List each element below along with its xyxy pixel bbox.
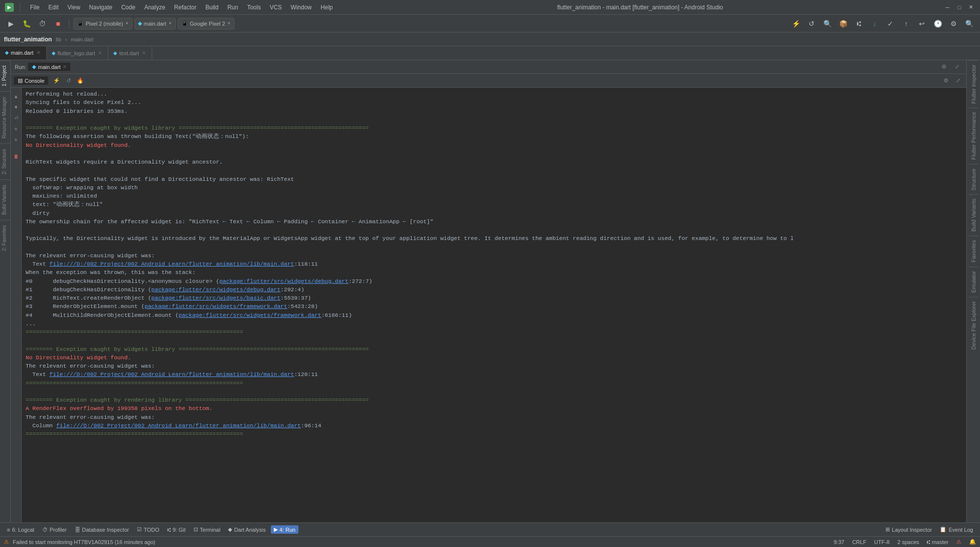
title-bar: ▶ File Edit View Navigate Code Analyze R… bbox=[0, 0, 980, 15]
tab-run[interactable]: ▶ 4: Run bbox=[271, 525, 298, 534]
profiler-icon: ⏱ bbox=[42, 527, 48, 533]
menu-view[interactable]: View bbox=[64, 3, 84, 12]
right-tab-emulator[interactable]: Emulator bbox=[969, 267, 979, 297]
right-tab-build-variants[interactable]: Build Variants bbox=[969, 194, 979, 236]
config-selector[interactable]: ◆ main.dart ▼ bbox=[134, 18, 176, 30]
menu-edit[interactable]: Edit bbox=[44, 3, 63, 12]
event-log[interactable]: 📋 Event Log bbox=[937, 525, 976, 534]
menu-help[interactable]: Help bbox=[317, 3, 337, 12]
flutter-inspector-btn[interactable]: 🔍 bbox=[820, 17, 834, 31]
git-commit-btn[interactable]: ✓ bbox=[883, 17, 897, 31]
right-tab-structure[interactable]: Structure bbox=[969, 164, 979, 195]
sidebar-tab-structure[interactable]: 2: Structure bbox=[0, 143, 10, 179]
tab-git[interactable]: ⑆ 9: Git bbox=[164, 526, 189, 534]
console-side-strip: ▲ ▼ ⏎ ≡ ≡ 🗑 bbox=[11, 88, 22, 522]
right-tab-favorites[interactable]: Favorites bbox=[969, 236, 979, 266]
right-tab-device-explorer[interactable]: Device File Explorer bbox=[969, 297, 979, 353]
tab-close-3[interactable]: ✕ bbox=[141, 50, 147, 56]
right-tab-flutter-performance[interactable]: Flutter Performance bbox=[969, 107, 979, 164]
menu-file[interactable]: File bbox=[26, 3, 43, 12]
search-btn[interactable]: 🔍 bbox=[962, 17, 976, 31]
tab-flutter-logo[interactable]: ◆ flutter_logo.dart ✕ bbox=[47, 46, 108, 60]
menu-refactor[interactable]: Refactor bbox=[170, 3, 200, 12]
log-divider-5: ======== Exception caught by rendering l… bbox=[26, 396, 962, 404]
log-line bbox=[26, 387, 962, 396]
menu-tools[interactable]: Tools bbox=[243, 3, 265, 12]
right-sidebar: Flutter Inspector Flutter Performance St… bbox=[966, 60, 980, 522]
device-selector[interactable]: 📱 Pixel 2 (mobile) ▼ bbox=[73, 18, 132, 30]
log-line bbox=[26, 226, 962, 234]
hot-restart-button[interactable]: ↺ bbox=[805, 17, 818, 31]
profile-button[interactable]: ⏱ bbox=[35, 17, 49, 31]
run-button[interactable]: ▶ bbox=[4, 17, 18, 31]
log-link[interactable]: package:flutter/src/widgets/framework.da… bbox=[179, 312, 322, 318]
maximize-button[interactable]: □ bbox=[955, 3, 963, 11]
side-btn-5[interactable]: ≡ bbox=[12, 135, 21, 144]
layout-inspector-icon: ⊞ bbox=[885, 526, 890, 533]
sidebar-tab-favorites[interactable]: 2: Favorites bbox=[0, 220, 10, 256]
menu-build[interactable]: Build bbox=[201, 3, 223, 12]
git-btn[interactable]: ⑆ bbox=[852, 17, 866, 31]
run-tab-main[interactable]: ◆ main.dart ✕ bbox=[28, 63, 70, 71]
console-output[interactable]: Performing hot reload... Syncing files t… bbox=[22, 88, 966, 522]
console-tab-btn[interactable]: ▤ Console bbox=[14, 76, 48, 85]
tab-todo[interactable]: ☑ TODO bbox=[134, 525, 163, 534]
lightning-btn[interactable]: ⚡ bbox=[51, 75, 62, 86]
git-update-btn[interactable]: ↓ bbox=[868, 17, 882, 31]
scroll-down-btn[interactable]: ▼ bbox=[12, 103, 21, 111]
console-expand-btn[interactable]: ⤢ bbox=[952, 75, 963, 86]
menu-code[interactable]: Code bbox=[117, 3, 139, 12]
run-expand-btn[interactable]: ⤢ bbox=[951, 62, 962, 72]
tab-dart-analysis[interactable]: ◆ Dart Analysis bbox=[225, 525, 268, 534]
layout-inspector-label: Layout Inspector bbox=[892, 527, 932, 533]
sidebar-tab-resource[interactable]: Resource Manager bbox=[0, 91, 10, 143]
stop-button[interactable]: ■ bbox=[51, 17, 65, 31]
log-error-2: No Directionality widget found. bbox=[26, 353, 962, 362]
menu-window[interactable]: Window bbox=[287, 3, 316, 12]
console-settings-btn[interactable]: ⚙ bbox=[941, 75, 951, 86]
emulator-selector[interactable]: 📱 Google Pixel 2 ▼ bbox=[178, 18, 234, 30]
menu-run[interactable]: Run bbox=[224, 3, 242, 12]
log-link[interactable]: package:flutter/src/widgets/basic.dart bbox=[151, 295, 280, 301]
tab-logcat[interactable]: ≡ 6: Logcat bbox=[4, 526, 37, 534]
menu-vcs[interactable]: VCS bbox=[266, 3, 286, 12]
hot-reload-button[interactable]: ⚡ bbox=[789, 17, 803, 31]
tab-close-1[interactable]: ✕ bbox=[35, 50, 41, 55]
debug-button[interactable]: 🐛 bbox=[20, 17, 33, 31]
git-push-btn[interactable]: ↑ bbox=[899, 17, 913, 31]
tab-profiler[interactable]: ⏱ Profiler bbox=[39, 526, 70, 534]
log-link[interactable]: package:flutter/src/widgets/debug.dart bbox=[219, 278, 348, 284]
git-history-btn[interactable]: 🕐 bbox=[931, 17, 945, 31]
run-tab-close[interactable]: ✕ bbox=[63, 64, 66, 69]
log-link[interactable]: file:///D:/002 Project/002 Android Learn… bbox=[49, 261, 294, 267]
sidebar-tab-build-variants[interactable]: Build Variants bbox=[0, 179, 10, 220]
right-tab-flutter-inspector[interactable]: Flutter Inspector bbox=[969, 60, 979, 107]
minimize-button[interactable]: ─ bbox=[944, 3, 951, 11]
log-link[interactable]: file:///D:/002 Project/002 Android Learn… bbox=[56, 422, 301, 429]
tab-terminal[interactable]: ⊡ Terminal bbox=[191, 525, 224, 534]
menu-navigate[interactable]: Navigate bbox=[85, 3, 116, 12]
tab-main-dart[interactable]: ◆ main.dart ✕ bbox=[0, 46, 47, 60]
close-button[interactable]: ✕ bbox=[967, 3, 975, 11]
tab-close-2[interactable]: ✕ bbox=[97, 50, 103, 56]
reload-btn[interactable]: ↺ bbox=[63, 75, 74, 86]
soft-wrap-btn[interactable]: ⏎ bbox=[12, 113, 21, 122]
tab-text-dart[interactable]: ◆ text.dart ✕ bbox=[108, 46, 152, 60]
sidebar-tab-project[interactable]: 1: Project bbox=[0, 60, 10, 91]
log-link[interactable]: file:///D:/002 Project/002 Android Learn… bbox=[49, 371, 294, 377]
layout-inspector[interactable]: ⊞ Layout Inspector bbox=[882, 525, 935, 534]
log-link[interactable]: package:flutter/src/widgets/debug.dart bbox=[151, 286, 280, 293]
menu-analyze[interactable]: Analyze bbox=[140, 3, 169, 12]
tab-database-inspector[interactable]: 🗄 Database Inspector bbox=[72, 526, 132, 534]
log-link[interactable]: package:flutter/src/widgets/framework.da… bbox=[145, 303, 288, 309]
scroll-up-btn[interactable]: ▲ bbox=[12, 92, 21, 101]
flutter-hot-btn[interactable]: 🔥 bbox=[75, 75, 86, 86]
run-settings-btn[interactable]: ⚙ bbox=[939, 62, 949, 72]
clear-btn[interactable]: 🗑 bbox=[12, 152, 21, 161]
git-revert-btn[interactable]: ↩ bbox=[915, 17, 929, 31]
build-apk-btn[interactable]: 📦 bbox=[836, 17, 850, 31]
dart-icon-3: ◆ bbox=[113, 50, 117, 56]
settings-btn[interactable]: ⚙ bbox=[947, 17, 960, 31]
side-btn-4[interactable]: ≡ bbox=[12, 124, 21, 133]
log-line: Reloaded 0 libraries in 353ms. bbox=[26, 107, 962, 115]
